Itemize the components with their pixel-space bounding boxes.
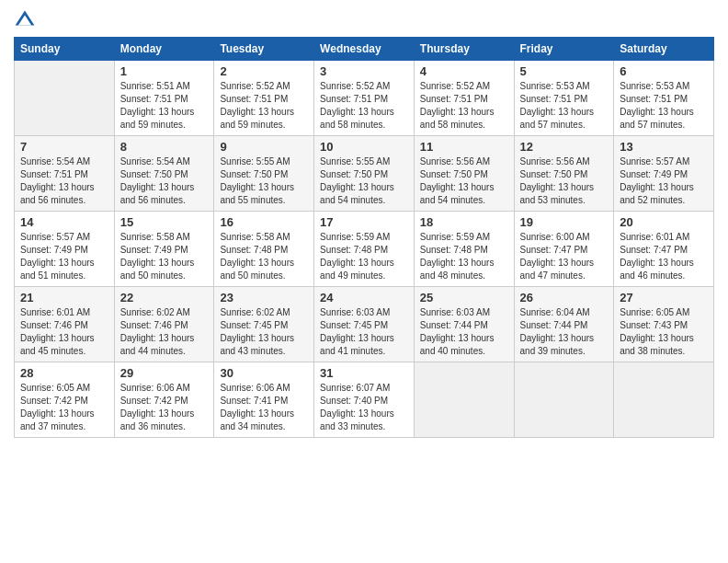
calendar-cell: 12Sunrise: 5:56 AM Sunset: 7:50 PM Dayli… xyxy=(514,136,614,212)
day-number: 29 xyxy=(120,366,209,380)
day-number: 19 xyxy=(520,215,609,229)
day-info: Sunrise: 6:01 AM Sunset: 7:47 PM Dayligh… xyxy=(620,231,708,282)
column-header-friday: Friday xyxy=(514,38,614,61)
day-number: 12 xyxy=(520,140,609,154)
day-number: 6 xyxy=(620,64,708,78)
day-number: 16 xyxy=(220,215,308,229)
day-info: Sunrise: 6:01 AM Sunset: 7:46 PM Dayligh… xyxy=(20,306,108,358)
day-info: Sunrise: 5:53 AM Sunset: 7:51 PM Dayligh… xyxy=(620,80,708,132)
day-info: Sunrise: 5:56 AM Sunset: 7:50 PM Dayligh… xyxy=(520,155,609,207)
calendar-cell: 13Sunrise: 5:57 AM Sunset: 7:49 PM Dayli… xyxy=(614,136,714,212)
header-row: SundayMondayTuesdayWednesdayThursdayFrid… xyxy=(15,38,714,61)
calendar-cell: 11Sunrise: 5:56 AM Sunset: 7:50 PM Dayli… xyxy=(414,136,514,212)
calendar-cell: 3Sunrise: 5:52 AM Sunset: 7:51 PM Daylig… xyxy=(314,61,415,136)
calendar-cell: 17Sunrise: 5:59 AM Sunset: 7:48 PM Dayli… xyxy=(314,212,415,287)
day-number: 1 xyxy=(120,64,209,78)
day-info: Sunrise: 6:04 AM Sunset: 7:44 PM Dayligh… xyxy=(520,306,609,358)
calendar-cell: 6Sunrise: 5:53 AM Sunset: 7:51 PM Daylig… xyxy=(614,61,714,136)
day-number: 30 xyxy=(220,366,308,380)
calendar-cell: 7Sunrise: 5:54 AM Sunset: 7:51 PM Daylig… xyxy=(15,136,115,212)
day-number: 26 xyxy=(520,291,609,304)
day-number: 18 xyxy=(420,215,508,229)
day-info: Sunrise: 6:05 AM Sunset: 7:43 PM Dayligh… xyxy=(620,306,708,358)
column-header-tuesday: Tuesday xyxy=(214,38,314,61)
calendar-cell: 2Sunrise: 5:52 AM Sunset: 7:51 PM Daylig… xyxy=(214,61,314,136)
calendar-cell: 24Sunrise: 6:03 AM Sunset: 7:45 PM Dayli… xyxy=(314,287,415,362)
day-number: 15 xyxy=(120,215,209,229)
day-info: Sunrise: 5:52 AM Sunset: 7:51 PM Dayligh… xyxy=(220,80,308,132)
day-number: 5 xyxy=(520,64,609,78)
column-header-wednesday: Wednesday xyxy=(314,38,415,61)
day-number: 11 xyxy=(420,140,508,154)
day-number: 20 xyxy=(620,215,708,229)
day-info: Sunrise: 5:59 AM Sunset: 7:48 PM Dayligh… xyxy=(420,231,508,282)
calendar-cell: 23Sunrise: 6:02 AM Sunset: 7:45 PM Dayli… xyxy=(214,287,314,362)
column-header-saturday: Saturday xyxy=(614,38,714,61)
day-number: 27 xyxy=(620,291,708,304)
day-number: 13 xyxy=(620,140,708,154)
day-number: 25 xyxy=(420,291,508,304)
day-number: 21 xyxy=(20,291,108,304)
calendar-cell: 21Sunrise: 6:01 AM Sunset: 7:46 PM Dayli… xyxy=(15,287,115,362)
week-row-4: 21Sunrise: 6:01 AM Sunset: 7:46 PM Dayli… xyxy=(15,287,714,362)
day-info: Sunrise: 6:02 AM Sunset: 7:45 PM Dayligh… xyxy=(220,306,308,358)
day-info: Sunrise: 5:55 AM Sunset: 7:50 PM Dayligh… xyxy=(220,155,308,207)
day-info: Sunrise: 5:57 AM Sunset: 7:49 PM Dayligh… xyxy=(20,231,108,282)
calendar-cell: 20Sunrise: 6:01 AM Sunset: 7:47 PM Dayli… xyxy=(614,212,714,287)
day-info: Sunrise: 6:07 AM Sunset: 7:40 PM Dayligh… xyxy=(320,382,408,433)
calendar-cell xyxy=(614,362,714,438)
day-info: Sunrise: 5:54 AM Sunset: 7:51 PM Dayligh… xyxy=(20,155,108,207)
day-number: 8 xyxy=(120,140,209,154)
calendar-cell: 29Sunrise: 6:06 AM Sunset: 7:42 PM Dayli… xyxy=(114,362,214,438)
calendar-cell: 25Sunrise: 6:03 AM Sunset: 7:44 PM Dayli… xyxy=(414,287,514,362)
week-row-1: 1Sunrise: 5:51 AM Sunset: 7:51 PM Daylig… xyxy=(15,61,714,136)
day-info: Sunrise: 6:05 AM Sunset: 7:42 PM Dayligh… xyxy=(20,382,108,433)
day-number: 17 xyxy=(320,215,408,229)
day-info: Sunrise: 6:06 AM Sunset: 7:42 PM Dayligh… xyxy=(120,382,209,433)
column-header-thursday: Thursday xyxy=(414,38,514,61)
day-info: Sunrise: 5:54 AM Sunset: 7:50 PM Dayligh… xyxy=(120,155,209,207)
logo-icon xyxy=(14,9,36,31)
day-info: Sunrise: 6:03 AM Sunset: 7:44 PM Dayligh… xyxy=(420,306,508,358)
calendar-cell: 16Sunrise: 5:58 AM Sunset: 7:48 PM Dayli… xyxy=(214,212,314,287)
day-info: Sunrise: 5:59 AM Sunset: 7:48 PM Dayligh… xyxy=(320,231,408,282)
calendar-table: SundayMondayTuesdayWednesdayThursdayFrid… xyxy=(14,37,714,438)
header xyxy=(14,9,714,31)
day-info: Sunrise: 5:52 AM Sunset: 7:51 PM Dayligh… xyxy=(320,80,408,132)
day-info: Sunrise: 5:57 AM Sunset: 7:49 PM Dayligh… xyxy=(620,155,708,207)
calendar-cell: 5Sunrise: 5:53 AM Sunset: 7:51 PM Daylig… xyxy=(514,61,614,136)
calendar-cell: 26Sunrise: 6:04 AM Sunset: 7:44 PM Dayli… xyxy=(514,287,614,362)
calendar-cell: 8Sunrise: 5:54 AM Sunset: 7:50 PM Daylig… xyxy=(114,136,214,212)
calendar-cell: 4Sunrise: 5:52 AM Sunset: 7:51 PM Daylig… xyxy=(414,61,514,136)
day-number: 10 xyxy=(320,140,408,154)
day-number: 9 xyxy=(220,140,308,154)
day-number: 31 xyxy=(320,366,408,380)
day-info: Sunrise: 5:58 AM Sunset: 7:49 PM Dayligh… xyxy=(120,231,209,282)
day-info: Sunrise: 6:06 AM Sunset: 7:41 PM Dayligh… xyxy=(220,382,308,433)
calendar-cell xyxy=(514,362,614,438)
day-number: 22 xyxy=(120,291,209,304)
calendar-cell: 14Sunrise: 5:57 AM Sunset: 7:49 PM Dayli… xyxy=(15,212,115,287)
calendar-cell: 31Sunrise: 6:07 AM Sunset: 7:40 PM Dayli… xyxy=(314,362,415,438)
day-info: Sunrise: 6:03 AM Sunset: 7:45 PM Dayligh… xyxy=(320,306,408,358)
calendar-cell: 1Sunrise: 5:51 AM Sunset: 7:51 PM Daylig… xyxy=(114,61,214,136)
day-info: Sunrise: 5:55 AM Sunset: 7:50 PM Dayligh… xyxy=(320,155,408,207)
day-info: Sunrise: 6:00 AM Sunset: 7:47 PM Dayligh… xyxy=(520,231,609,282)
day-info: Sunrise: 5:51 AM Sunset: 7:51 PM Dayligh… xyxy=(120,80,209,132)
calendar-cell: 30Sunrise: 6:06 AM Sunset: 7:41 PM Dayli… xyxy=(214,362,314,438)
logo xyxy=(14,9,40,31)
calendar-cell: 9Sunrise: 5:55 AM Sunset: 7:50 PM Daylig… xyxy=(214,136,314,212)
page-container: SundayMondayTuesdayWednesdayThursdayFrid… xyxy=(0,0,728,447)
day-info: Sunrise: 5:58 AM Sunset: 7:48 PM Dayligh… xyxy=(220,231,308,282)
day-info: Sunrise: 5:52 AM Sunset: 7:51 PM Dayligh… xyxy=(420,80,508,132)
week-row-5: 28Sunrise: 6:05 AM Sunset: 7:42 PM Dayli… xyxy=(15,362,714,438)
day-number: 28 xyxy=(20,366,108,380)
day-number: 3 xyxy=(320,64,408,78)
column-header-sunday: Sunday xyxy=(15,38,115,61)
calendar-cell: 27Sunrise: 6:05 AM Sunset: 7:43 PM Dayli… xyxy=(614,287,714,362)
calendar-cell: 18Sunrise: 5:59 AM Sunset: 7:48 PM Dayli… xyxy=(414,212,514,287)
day-number: 7 xyxy=(20,140,108,154)
day-info: Sunrise: 6:02 AM Sunset: 7:46 PM Dayligh… xyxy=(120,306,209,358)
day-number: 4 xyxy=(420,64,508,78)
day-info: Sunrise: 5:53 AM Sunset: 7:51 PM Dayligh… xyxy=(520,80,609,132)
